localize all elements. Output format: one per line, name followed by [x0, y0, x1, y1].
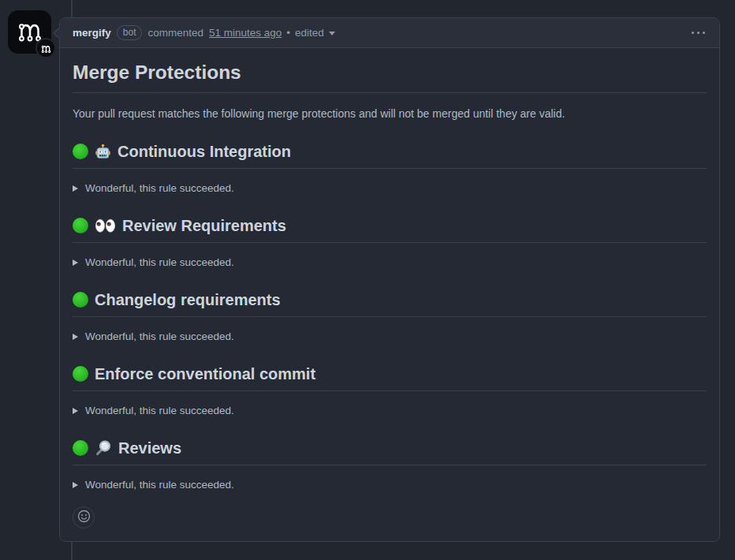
- reactions-bar: [73, 506, 707, 528]
- green-circle-emoji: [73, 366, 88, 382]
- kebab-menu-button[interactable]: [690, 28, 707, 38]
- section-title: Enforce conventional commit: [95, 365, 315, 383]
- rule-summary-text: Wonderful, this rule succeeded.: [85, 256, 234, 270]
- rule-details[interactable]: Wonderful, this rule succeeded.: [73, 330, 707, 344]
- disclosure-triangle-icon: [73, 408, 78, 414]
- rule-details[interactable]: Wonderful, this rule succeeded.: [73, 256, 707, 270]
- section-heading: Continuous Integration: [73, 143, 707, 169]
- merge-protection-section: Reviews Wonderful, this rule succeeded.: [73, 439, 707, 492]
- comment-body: Merge Protections Your pull request matc…: [60, 48, 719, 541]
- merge-protection-section: Changelog requirements Wonderful, this r…: [73, 291, 707, 344]
- rule-details[interactable]: Wonderful, this rule succeeded.: [73, 478, 707, 492]
- disclosure-triangle-icon: [73, 482, 78, 488]
- separator-dot: •: [286, 27, 290, 39]
- comment-header: mergify bot commented 51 minutes ago • e…: [60, 18, 719, 48]
- rule-summary-text: Wonderful, this rule succeeded.: [85, 404, 234, 418]
- bot-avatar[interactable]: [8, 10, 51, 54]
- rule-summary-text: Wonderful, this rule succeeded.: [85, 330, 234, 344]
- merge-protection-sections: Continuous Integration Wonderful, this r…: [73, 143, 707, 492]
- bot-avatar-badge: [35, 38, 56, 58]
- section-title: Continuous Integration: [118, 143, 291, 161]
- merge-protection-section: Enforce conventional commit Wonderful, t…: [73, 365, 707, 418]
- section-title: Review Requirements: [122, 217, 286, 235]
- rule-summary[interactable]: Wonderful, this rule succeeded.: [73, 256, 707, 270]
- section-heading: Review Requirements: [73, 217, 707, 243]
- rule-summary[interactable]: Wonderful, this rule succeeded.: [73, 181, 707, 196]
- disclosure-triangle-icon: [73, 185, 78, 192]
- green-circle-emoji: [73, 292, 88, 308]
- comment-card: mergify bot commented 51 minutes ago • e…: [59, 17, 720, 542]
- rule-details[interactable]: Wonderful, this rule succeeded.: [73, 404, 707, 418]
- rule-summary[interactable]: Wonderful, this rule succeeded.: [73, 330, 707, 344]
- eyes-emoji: [95, 218, 116, 233]
- rule-summary-text: Wonderful, this rule succeeded.: [85, 181, 234, 196]
- pr-timeline: mergify bot commented 51 minutes ago • e…: [0, 0, 735, 560]
- author-link[interactable]: mergify: [73, 27, 111, 39]
- add-reaction-button[interactable]: [73, 506, 95, 528]
- section-title: Changelog requirements: [95, 291, 281, 309]
- section-heading: Reviews: [73, 439, 707, 465]
- green-circle-emoji: [73, 144, 88, 159]
- rule-summary[interactable]: Wonderful, this rule succeeded.: [73, 478, 707, 492]
- disclosure-triangle-icon: [73, 259, 78, 266]
- edited-label: edited: [295, 27, 324, 39]
- merge-protection-section: Review Requirements Wonderful, this rule…: [73, 217, 707, 270]
- rule-details[interactable]: Wonderful, this rule succeeded.: [73, 181, 707, 196]
- intro-text: Your pull request matches the following …: [73, 106, 707, 121]
- section-heading: Enforce conventional commit: [73, 365, 707, 391]
- kebab-menu-icon: [692, 32, 695, 35]
- disclosure-triangle-icon: [73, 334, 78, 340]
- rule-summary-text: Wonderful, this rule succeeded.: [85, 478, 234, 492]
- green-circle-emoji: [73, 218, 88, 233]
- rule-summary[interactable]: Wonderful, this rule succeeded.: [73, 404, 707, 418]
- comment-title: Merge Protections: [73, 61, 707, 93]
- bot-badge: bot: [117, 25, 143, 40]
- merge-protection-section: Continuous Integration Wonderful, this r…: [73, 143, 707, 196]
- action-label: commented: [147, 27, 203, 39]
- magnifying-glass-emoji: [95, 439, 112, 457]
- section-title: Reviews: [118, 439, 181, 457]
- section-heading: Changelog requirements: [73, 291, 707, 317]
- green-circle-emoji: [73, 440, 88, 456]
- edited-dropdown-button[interactable]: edited: [295, 27, 335, 39]
- smiley-icon: [77, 510, 91, 525]
- robot-emoji: [95, 144, 111, 160]
- chevron-down-icon: [329, 32, 335, 35]
- timestamp-link[interactable]: 51 minutes ago: [209, 27, 282, 39]
